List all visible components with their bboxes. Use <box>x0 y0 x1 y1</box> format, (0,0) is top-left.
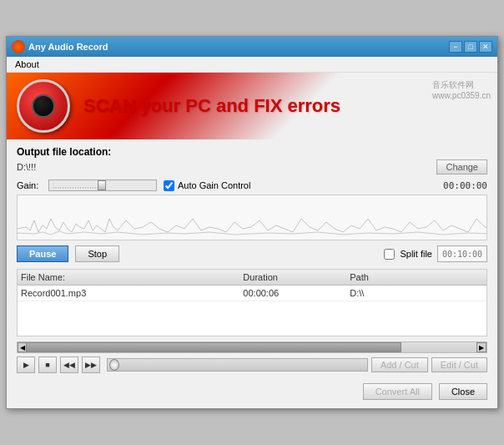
rewind-button[interactable]: ◀◀ <box>60 357 78 373</box>
gain-row: Gain: ,,,,,,,,,,,,,,,,,,,, Auto Gain Con… <box>17 180 487 191</box>
content-area: Output file location: D:\!!! Change Gain… <box>7 139 497 408</box>
split-file-checkbox[interactable] <box>384 249 395 260</box>
window-title: Any Audio Record <box>28 42 108 52</box>
close-window-button[interactable]: ✕ <box>479 41 492 53</box>
convert-all-button[interactable]: Convert All <box>363 383 432 400</box>
gain-label: Gain: <box>17 180 42 190</box>
banner: SCAN your PC and FIX errors 音乐软件网 www.pc… <box>7 73 497 139</box>
file-table: File Name: Duration Path Record001.mp3 0… <box>17 269 487 336</box>
add-cut-button[interactable]: Add / Cut <box>371 357 428 372</box>
pause-button[interactable]: Pause <box>17 245 68 262</box>
table-header: File Name: Duration Path <box>18 270 486 286</box>
banner-text: SCAN your PC and FIX errors <box>83 95 340 117</box>
table-body: Record001.mp3 00:00:06 D:\\ <box>18 286 486 336</box>
col-header-path: Path <box>350 272 483 282</box>
scrollbar-thumb[interactable] <box>26 342 401 352</box>
transport-row: ▶ ■ ◀◀ ▶▶ Add / Cut Edit / Cut <box>17 357 487 373</box>
waveform-svg <box>18 195 486 240</box>
logo-inner <box>32 94 55 118</box>
cell-duration: 00:00:06 <box>243 288 350 298</box>
progress-thumb[interactable] <box>109 359 119 371</box>
change-button[interactable]: Change <box>436 159 487 174</box>
cell-filename: Record001.mp3 <box>21 288 243 298</box>
transport-stop-button[interactable]: ■ <box>38 357 57 373</box>
output-location: Output file location: D:\!!! Change <box>17 146 487 174</box>
stop-button[interactable]: Stop <box>75 245 119 262</box>
auto-gain-control: Auto Gain Control <box>164 180 436 191</box>
split-time-display: 00:10:00 <box>437 245 487 262</box>
progress-bar[interactable] <box>107 358 368 372</box>
main-window: Any Audio Record − □ ✕ About SCAN your P… <box>6 36 498 409</box>
app-icon <box>12 40 25 53</box>
output-row: D:\!!! Change <box>17 159 487 174</box>
gain-thumb[interactable] <box>98 180 106 190</box>
menu-bar: About <box>7 57 497 73</box>
output-label: Output file location: <box>17 146 487 158</box>
edit-cut-button[interactable]: Edit / Cut <box>431 357 487 372</box>
waveform-display <box>17 195 487 240</box>
auto-gain-checkbox[interactable] <box>164 180 174 191</box>
auto-gain-label: Auto Gain Control <box>178 180 250 190</box>
menu-about[interactable]: About <box>10 58 44 71</box>
table-row[interactable]: Record001.mp3 00:00:06 D:\\ <box>18 286 486 301</box>
playback-controls: Pause Stop Split file 00:10:00 <box>17 245 487 262</box>
title-controls: − □ ✕ <box>449 41 492 53</box>
bottom-row: Convert All Close <box>17 380 487 402</box>
watermark: 音乐软件网 www.pc0359.cn <box>432 79 491 100</box>
split-file-area: Split file 00:10:00 <box>384 245 487 262</box>
gain-slider[interactable]: ,,,,,,,,,,,,,,,,,,,, <box>48 180 157 191</box>
app-logo <box>17 79 70 133</box>
logo-outer <box>17 79 70 133</box>
watermark-line1: 音乐软件网 <box>432 79 491 91</box>
col-header-filename: File Name: <box>21 272 243 282</box>
title-bar-left: Any Audio Record <box>12 40 108 53</box>
cell-path: D:\\ <box>350 288 483 298</box>
watermark-line2: www.pc0359.cn <box>432 91 491 100</box>
col-header-duration: Duration <box>243 272 350 282</box>
output-path: D:\!!! <box>17 162 431 172</box>
split-file-label: Split file <box>400 249 432 259</box>
maximize-button[interactable]: □ <box>464 41 477 53</box>
horizontal-scrollbar[interactable]: ◀ ▶ <box>17 341 487 353</box>
title-bar: Any Audio Record − □ ✕ <box>7 37 497 57</box>
close-button[interactable]: Close <box>439 383 487 400</box>
scroll-right-arrow[interactable]: ▶ <box>476 342 486 352</box>
recording-time: 00:00:00 <box>443 180 487 191</box>
minimize-button[interactable]: − <box>449 41 462 53</box>
forward-button[interactable]: ▶▶ <box>82 357 100 373</box>
play-button[interactable]: ▶ <box>17 357 35 373</box>
